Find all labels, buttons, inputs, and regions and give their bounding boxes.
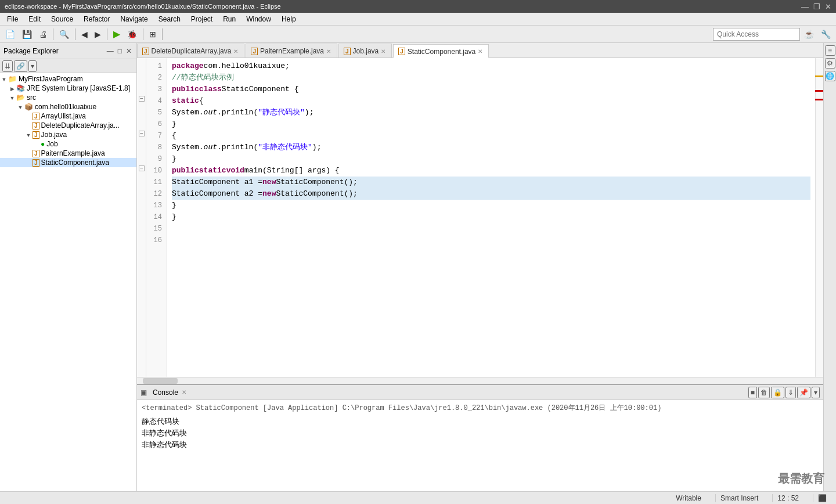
gutter-line-4: − (137, 93, 146, 105)
minimize-panel-button[interactable]: — (106, 46, 115, 56)
console-pin-button[interactable]: 📌 (797, 387, 810, 398)
collapse-btn[interactable]: − (139, 165, 145, 171)
tree-item-job[interactable]: ●Job (0, 139, 136, 149)
right-sidebar-btn-1[interactable]: ≡ (825, 45, 835, 56)
tree-expand-icon[interactable] (16, 104, 24, 110)
tree-label: ArrayUlist.java (41, 112, 86, 120)
view-menu-button[interactable]: ▾ (28, 60, 37, 72)
menu-window[interactable]: Window (242, 14, 276, 24)
gutter-line-14 (137, 209, 146, 221)
java-file-icon: J (33, 150, 39, 157)
h-scrollbar[interactable] (137, 377, 823, 384)
close-button[interactable]: ✕ (825, 2, 831, 11)
code-line-5: System.out.println("静态代码块"); (172, 107, 810, 118)
string-literal: "非静态代码块" (258, 142, 312, 153)
new-button[interactable]: 📄 (2, 28, 18, 41)
menu-run[interactable]: Run (218, 14, 240, 24)
keyword: new (262, 188, 276, 200)
menu-search[interactable]: Search (154, 14, 185, 24)
collapse-btn[interactable]: − (139, 131, 145, 136)
minimize-button[interactable]: — (801, 2, 809, 11)
tree-item-myfirstjavaprogram[interactable]: 📁MyFirstJavaProgram (0, 74, 136, 84)
line-numbers: 12345678910111213141516 (146, 58, 167, 377)
tree-expand-icon[interactable] (8, 85, 16, 92)
main-layout: Package Explorer — □ ✕ ⇊ 🔗 ▾ 📁MyFirstJav… (0, 43, 836, 491)
code-line-14: } (172, 211, 810, 223)
tree-item-jre-system-library-[javase-1.8][interactable]: 📚JRE System Library [JavaSE-1.8] (0, 84, 136, 93)
console-options-button[interactable]: ▾ (812, 387, 820, 398)
gutter-line-2 (137, 70, 146, 81)
code-line-16 (172, 235, 810, 246)
tree-expand-icon[interactable] (8, 95, 16, 101)
tab-close-btn[interactable]: ✕ (478, 48, 482, 55)
tree-expand-icon[interactable] (24, 132, 33, 138)
right-sidebar-btn-3[interactable]: 🌐 (825, 71, 835, 81)
tree-item-arrayulist.java[interactable]: JArrayUlist.java (0, 111, 136, 121)
open-perspective-button[interactable]: ⊞ (146, 28, 159, 41)
menu-project[interactable]: Project (186, 14, 217, 24)
tree-item-paiternexample.java[interactable]: JPaiternExample.java (0, 149, 136, 158)
editor-tab-job-java[interactable]: J Job.java ✕ (338, 44, 392, 57)
quick-access-input[interactable] (713, 28, 800, 41)
tree-item-staticcomponent.java[interactable]: JStaticComponent.java (0, 158, 136, 167)
package-explorer-title: Package Explorer (3, 47, 59, 55)
menu-source[interactable]: Source (46, 14, 78, 24)
save-button[interactable]: 💾 (19, 28, 35, 41)
tree-item-deleteduplicatearray.ja...[interactable]: JDeleteDuplicateArray.ja... (0, 121, 136, 130)
console-clear-button[interactable]: 🗑 (758, 387, 770, 398)
menu-edit[interactable]: Edit (24, 14, 45, 24)
tab-close-btn[interactable]: ✕ (326, 48, 331, 55)
code-content[interactable]: package com.hello01kuaixue;//静态代码块示例publ… (167, 58, 815, 377)
search-button[interactable]: 🔍 (56, 28, 72, 41)
run-button[interactable]: ▶ (110, 27, 123, 41)
code-text: { (172, 130, 176, 142)
tab-close-btn[interactable]: ✕ (381, 48, 385, 55)
menu-navigate[interactable]: Navigate (116, 14, 152, 24)
editor-content[interactable]: −−− 12345678910111213141516 package com.… (137, 58, 823, 377)
tree-item-com.hello01kuaixue[interactable]: 📦com.hello01kuaixue (0, 102, 136, 111)
menu-help[interactable]: Help (277, 14, 301, 24)
line-number-12: 12 (149, 188, 162, 200)
statusbar: Writable Smart Insert 12 : 52 ⬛ (0, 491, 836, 504)
h-scroll-thumb[interactable] (143, 378, 178, 384)
tab-close-btn[interactable]: ✕ (233, 48, 238, 55)
console-stop-button[interactable]: ■ (748, 387, 757, 398)
editor-area: J DeleteDuplicateArray.java ✕J PaiternEx… (137, 43, 823, 384)
link-editor-button[interactable]: 🔗 (14, 60, 27, 72)
console-scroll-end-button[interactable]: ⇓ (785, 387, 796, 398)
collapse-btn[interactable]: − (139, 96, 145, 102)
debug-button[interactable]: 🐞 (124, 28, 140, 41)
close-panel-button[interactable]: ✕ (125, 46, 133, 56)
tree-expand-icon[interactable] (0, 76, 8, 82)
debug-perspective-button[interactable]: 🔧 (818, 28, 834, 41)
tree-item-src[interactable]: 📂src (0, 93, 136, 102)
java-perspective-button[interactable]: ☕ (801, 28, 817, 41)
tree-item-job.java[interactable]: JJob.java (0, 130, 136, 139)
print-button[interactable]: 🖨 (36, 28, 50, 41)
prev-edit-button[interactable]: ◀ (78, 28, 91, 41)
console-icon: ▣ (140, 388, 147, 397)
maximize-button[interactable]: ❐ (813, 2, 820, 11)
next-edit-button[interactable]: ▶ (92, 28, 104, 41)
collapse-all-button[interactable]: ⇊ (2, 60, 13, 72)
tree-label: Job.java (41, 131, 67, 139)
code-text: } (172, 118, 176, 130)
code-text: StaticComponent(); (276, 177, 357, 188)
console-tab-close[interactable]: ✕ (182, 389, 186, 395)
right-sidebar-btn-2[interactable]: ⚙ (825, 58, 835, 69)
tab-icon: J (398, 48, 405, 55)
editor-tab-paiternexample-java[interactable]: J PaiternExample.java ✕ (246, 44, 337, 57)
editor-and-console: J DeleteDuplicateArray.java ✕J PaiternEx… (137, 43, 823, 491)
gutter-line-6 (137, 116, 146, 128)
editor-tab-staticcomponent-java[interactable]: J StaticComponent.java ✕ (393, 44, 489, 58)
titlebar-controls: — ❐ ✕ (801, 2, 831, 11)
tab-label: StaticComponent.java (408, 48, 475, 56)
menu-refactor[interactable]: Refactor (79, 14, 114, 24)
status-position: 12 : 52 (772, 494, 803, 502)
line-number-1: 1 (149, 60, 162, 72)
editor-tab-deleteduplicatearray-java[interactable]: J DeleteDuplicateArray.java ✕ (137, 44, 244, 57)
console-scroll-lock-button[interactable]: 🔒 (771, 387, 784, 398)
maximize-panel-button[interactable]: □ (117, 46, 123, 56)
menu-file[interactable]: File (2, 14, 23, 24)
project-icon: 📁 (8, 75, 17, 83)
